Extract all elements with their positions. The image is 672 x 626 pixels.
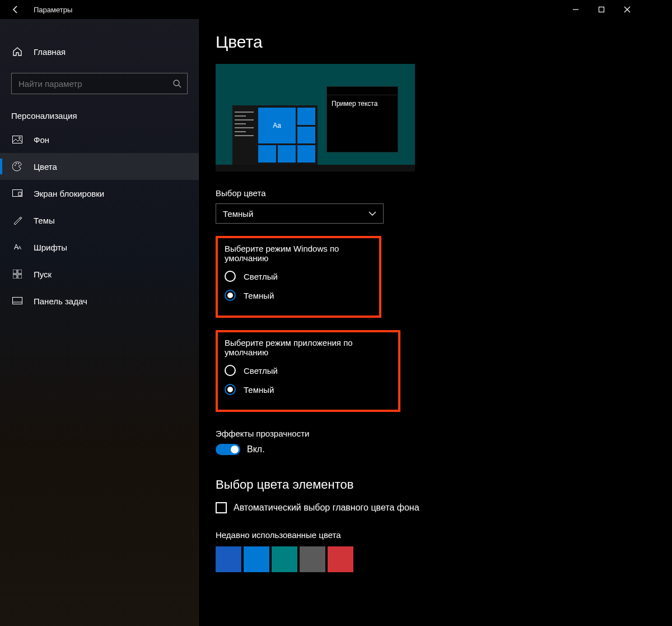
dropdown-value: Темный [223,209,253,219]
radio-label: Темный [244,291,274,300]
recent-colors-label: Недавно использованные цвета [216,530,640,540]
search-icon [172,79,181,88]
svg-rect-12 [18,192,21,196]
sidebar-item-lockscreen[interactable]: Экран блокировки [0,180,199,207]
sidebar-item-start[interactable]: Пуск [0,261,199,288]
color-swatch[interactable] [272,546,297,572]
sidebar-item-label: Пуск [34,270,52,279]
sidebar-item-label: Темы [34,216,55,225]
sidebar-item-themes[interactable]: Темы [0,207,199,234]
themes-icon [11,214,24,226]
transparency-toggle[interactable] [216,444,240,455]
home-label: Главная [34,47,66,57]
windows-mode-dark-radio[interactable]: Темный [225,290,372,301]
lockscreen-icon [11,187,24,200]
color-swatch[interactable] [300,546,325,572]
close-button[interactable] [614,0,640,19]
svg-point-8 [15,165,16,166]
sidebar-item-background[interactable]: Фон [0,126,199,153]
taskbar-icon [11,295,24,307]
sidebar-item-label: Фон [34,135,49,145]
windows-mode-light-radio[interactable]: Светлый [225,271,372,282]
maximize-button[interactable] [589,0,614,19]
sidebar-item-fonts[interactable]: AA Шрифты [0,234,199,261]
preview-sample-text: Пример текста [327,95,398,112]
sidebar: Главная Персонализация Фон Цвета Экран б… [0,19,199,626]
choose-color-dropdown[interactable]: Темный [216,203,384,224]
search-input[interactable] [17,78,172,89]
app-mode-group: Выберите режим приложения по умолчанию С… [216,330,400,412]
accent-color-title: Выбор цвета элементов [216,477,640,492]
transparency-state: Вкл. [247,444,265,455]
maximize-icon [598,6,605,13]
sidebar-item-label: Шрифты [34,243,67,252]
preview-tile-aa: Aa [258,108,296,143]
svg-point-9 [16,163,17,164]
svg-rect-17 [13,298,22,304]
fonts-icon: AA [11,241,24,253]
sidebar-item-label: Панель задач [34,296,87,306]
choose-color-label: Выбор цвета [216,188,640,198]
app-mode-dark-radio[interactable]: Темный [225,384,391,395]
color-swatch[interactable] [244,546,269,572]
radio-label: Светлый [244,272,278,281]
picture-icon [11,133,24,146]
search-input-container[interactable] [11,73,188,94]
sidebar-item-colors[interactable]: Цвета [0,153,199,180]
svg-point-4 [174,80,179,86]
minimize-button[interactable] [563,0,589,19]
svg-rect-1 [599,7,604,12]
svg-rect-14 [18,270,22,273]
transparency-label: Эффекты прозрачности [216,429,640,438]
section-title: Персонализация [0,103,199,126]
svg-rect-15 [13,275,17,279]
windows-mode-label: Выберите режим Windows по умолчанию [225,244,372,263]
svg-point-7 [19,137,21,139]
page-title: Цвета [216,33,640,52]
color-swatch[interactable] [216,546,241,572]
sidebar-item-taskbar[interactable]: Панель задач [0,288,199,314]
window-title: Параметры [34,6,72,14]
app-mode-light-radio[interactable]: Светлый [225,365,391,376]
sidebar-item-label: Экран блокировки [34,189,104,198]
app-mode-label: Выберите режим приложения по умолчанию [225,338,391,357]
svg-point-10 [18,163,19,164]
back-button[interactable] [8,2,24,17]
radio-label: Темный [244,385,274,395]
auto-pick-checkbox[interactable]: Автоматический выбор главного цвета фона [216,502,640,513]
svg-line-5 [179,85,181,87]
color-swatch[interactable] [328,546,353,572]
home-icon [11,45,24,58]
windows-mode-group: Выберите режим Windows по умолчанию Свет… [216,236,381,318]
arrow-left-icon [11,5,20,14]
minimize-icon [572,6,579,13]
checkbox-label: Автоматический выбор главного цвета фона [234,503,419,513]
close-icon [624,6,631,13]
svg-rect-6 [13,136,22,143]
main-content: Цвета Aa Пример текста Выбор ц [199,19,640,626]
svg-rect-13 [13,270,17,273]
radio-label: Светлый [244,366,278,375]
sidebar-item-label: Цвета [34,162,57,171]
recent-colors [216,546,640,572]
color-preview: Aa Пример текста [216,64,415,171]
home-nav[interactable]: Главная [0,38,199,65]
svg-rect-16 [18,275,22,279]
chevron-down-icon [368,211,376,216]
palette-icon [11,160,24,173]
start-icon [11,268,24,280]
